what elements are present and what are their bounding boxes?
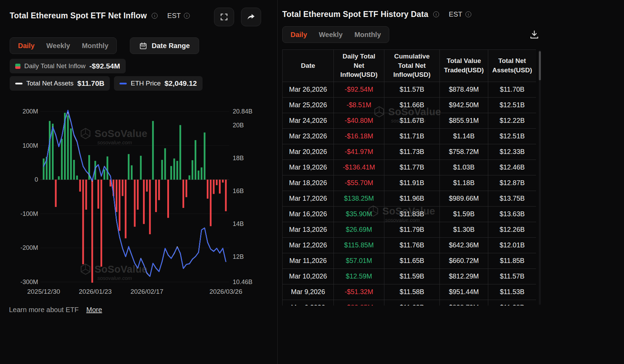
tab-weekly[interactable]: Weekly bbox=[41, 42, 76, 50]
tab-weekly[interactable]: Weekly bbox=[313, 31, 349, 39]
svg-text:200M: 200M bbox=[23, 108, 38, 115]
legend-eth-price[interactable]: ETH Price $2,049.12 bbox=[114, 76, 202, 91]
history-table-body: Mar 26,2026-$92.54M$11.57B$878.49M$11.70… bbox=[283, 82, 536, 306]
legend-label: Total Net Assets bbox=[26, 80, 73, 87]
history-data-panel: Total Ethereum Spot ETF History Data EST… bbox=[282, 0, 624, 364]
cell-net-assets: $11.85B bbox=[488, 253, 536, 269]
history-title-info-icon[interactable] bbox=[433, 11, 439, 17]
title-info-icon[interactable] bbox=[152, 13, 158, 19]
legend-total-net-assets[interactable]: Total Net Assets $11.70B bbox=[10, 76, 110, 91]
table-row[interactable]: Mar 20,2026-$41.97M$11.73B$758.72M$12.33… bbox=[283, 144, 536, 160]
cell-cumulative-inflow: $11.66B bbox=[384, 97, 440, 113]
svg-text:2026/03/26: 2026/03/26 bbox=[210, 288, 242, 295]
legend-value: $11.70B bbox=[77, 79, 104, 88]
cell-value-traded: $812.29M bbox=[440, 269, 488, 284]
cell-date: Mar 20,2026 bbox=[283, 144, 334, 160]
table-row[interactable]: Mar 23,2026-$16.18M$11.71B$1.14B$12.51B bbox=[283, 128, 536, 144]
chart-actions bbox=[214, 8, 261, 26]
table-row[interactable]: Mar 19,2026-$136.41M$11.77B$1.03B$12.46B bbox=[283, 160, 536, 175]
cell-value-traded: $878.49M bbox=[440, 82, 488, 97]
table-row[interactable]: Mar 17,2026$138.25M$11.96B$989.66M$13.75… bbox=[283, 191, 536, 206]
cell-daily-net-inflow: -$41.97M bbox=[334, 144, 384, 160]
left-panel-header: Total Ethereum Spot ETF Net Inflow EST bbox=[10, 11, 190, 20]
cell-value-traded: $1.30B bbox=[440, 222, 488, 237]
table-row[interactable]: Mar 16,2026$35.90M$11.83B$1.59B$13.63B bbox=[283, 206, 536, 222]
cell-value-traded: $1.03B bbox=[440, 160, 488, 175]
cell-daily-net-inflow: -$136.41M bbox=[334, 160, 384, 175]
share-button[interactable] bbox=[241, 8, 261, 26]
eth-line-icon bbox=[119, 83, 127, 84]
page-title: Total Ethereum Spot ETF Net Inflow bbox=[10, 11, 147, 20]
est-badge: EST bbox=[449, 10, 471, 18]
table-row[interactable]: Mar 24,2026-$40.80M$11.67B$855.91M$12.22… bbox=[283, 113, 536, 128]
est-info-icon[interactable] bbox=[465, 11, 471, 17]
cell-daily-net-inflow: $26.69M bbox=[334, 222, 384, 237]
cell-value-traded: $855.91M bbox=[440, 113, 488, 128]
cell-value-traded: $642.36M bbox=[440, 237, 488, 253]
right-panel-header: Total Ethereum Spot ETF History Data EST bbox=[282, 10, 471, 19]
cell-cumulative-inflow: $11.79B bbox=[384, 222, 440, 237]
svg-text:2026/02/17: 2026/02/17 bbox=[131, 288, 163, 295]
table-row[interactable]: Mar 13,2026$26.69M$11.79B$1.30B$12.26B bbox=[283, 222, 536, 237]
est-info-icon[interactable] bbox=[184, 13, 190, 19]
calendar-icon bbox=[139, 42, 147, 50]
tab-daily[interactable]: Daily bbox=[12, 42, 41, 50]
table-row[interactable]: Mar 6,2026-$82.85M$11.63B$828.79M$11.28B bbox=[283, 300, 536, 306]
svg-text:-200M: -200M bbox=[20, 244, 38, 251]
est-label: EST bbox=[449, 10, 462, 18]
inflow-chart-svg[interactable]: 200M100M0-100M-200M-300M20.84B20B18B16B1… bbox=[5, 101, 263, 300]
table-scrollbar-thumb[interactable] bbox=[539, 51, 541, 80]
table-row[interactable]: Mar 25,2026-$8.51M$11.66B$942.50M$12.51B bbox=[283, 97, 536, 113]
cell-value-traded: $942.50M bbox=[440, 97, 488, 113]
cell-value-traded: $1.14B bbox=[440, 128, 488, 144]
cell-daily-net-inflow: $57.01M bbox=[334, 253, 384, 269]
download-button[interactable] bbox=[528, 28, 541, 41]
table-row[interactable]: Mar 18,2026-$55.70M$11.91B$1.18B$12.87B bbox=[283, 175, 536, 191]
cell-daily-net-inflow: -$92.54M bbox=[334, 82, 384, 97]
cell-date: Mar 6,2026 bbox=[283, 300, 334, 306]
cell-daily-net-inflow: -$51.32M bbox=[334, 284, 384, 300]
table-row[interactable]: Mar 12,2026$115.85M$11.76B$642.36M$12.01… bbox=[283, 237, 536, 253]
cell-cumulative-inflow: $11.67B bbox=[384, 113, 440, 128]
legend-row-lines: Total Net Assets $11.70B ETH Price $2,04… bbox=[10, 76, 203, 91]
tab-daily[interactable]: Daily bbox=[285, 31, 313, 39]
cell-date: Mar 26,2026 bbox=[283, 82, 334, 97]
cell-daily-net-inflow: -$8.51M bbox=[334, 97, 384, 113]
more-link[interactable]: More bbox=[86, 306, 102, 314]
cell-net-assets: $12.51B bbox=[488, 128, 536, 144]
history-table-viewport[interactable]: DateDaily Total Net Inflow(USD)Cumulativ… bbox=[282, 49, 536, 306]
cell-daily-net-inflow: $35.90M bbox=[334, 206, 384, 222]
table-row[interactable]: Mar 10,2026$12.59M$11.59B$812.29M$11.57B bbox=[283, 269, 536, 284]
legend-value: $2,049.12 bbox=[164, 79, 197, 88]
legend-label: ETH Price bbox=[131, 80, 161, 87]
cell-daily-net-inflow: -$82.85M bbox=[334, 300, 384, 306]
history-table-head-row: DateDaily Total Net Inflow(USD)Cumulativ… bbox=[283, 50, 536, 82]
svg-text:2025/12/30: 2025/12/30 bbox=[27, 288, 60, 295]
cell-cumulative-inflow: $11.91B bbox=[384, 175, 440, 191]
svg-text:100M: 100M bbox=[23, 142, 38, 149]
tab-monthly[interactable]: Monthly bbox=[76, 42, 114, 50]
cell-date: Mar 16,2026 bbox=[283, 206, 334, 222]
tab-monthly[interactable]: Monthly bbox=[348, 31, 387, 39]
table-row[interactable]: Mar 11,2026$57.01M$11.65B$660.72M$11.85B bbox=[283, 253, 536, 269]
table-row[interactable]: Mar 9,2026-$51.32M$11.58B$951.44M$11.53B bbox=[283, 284, 536, 300]
cell-cumulative-inflow: $11.65B bbox=[384, 253, 440, 269]
table-scrollbar bbox=[539, 50, 541, 305]
fullscreen-button[interactable] bbox=[214, 8, 234, 26]
cell-value-traded: $951.44M bbox=[440, 284, 488, 300]
cell-cumulative-inflow: $11.57B bbox=[384, 82, 440, 97]
legend-daily-net-inflow[interactable]: Daily Total Net Inflow -$92.54M bbox=[10, 59, 126, 73]
cell-value-traded: $660.72M bbox=[440, 253, 488, 269]
legend-label: Daily Total Net Inflow bbox=[24, 62, 86, 70]
date-range-button[interactable]: Date Range bbox=[130, 37, 199, 54]
cell-date: Mar 18,2026 bbox=[283, 175, 334, 191]
column-header: Total Value Traded(USD) bbox=[440, 50, 488, 82]
table-row[interactable]: Mar 26,2026-$92.54M$11.57B$878.49M$11.70… bbox=[283, 82, 536, 97]
cell-value-traded: $758.72M bbox=[440, 144, 488, 160]
svg-text:2026/01/23: 2026/01/23 bbox=[79, 288, 112, 295]
cell-date: Mar 12,2026 bbox=[283, 237, 334, 253]
cell-daily-net-inflow: -$40.80M bbox=[334, 113, 384, 128]
cell-date: Mar 13,2026 bbox=[283, 222, 334, 237]
assets-line-icon bbox=[15, 83, 23, 84]
cell-net-assets: $12.51B bbox=[488, 97, 536, 113]
